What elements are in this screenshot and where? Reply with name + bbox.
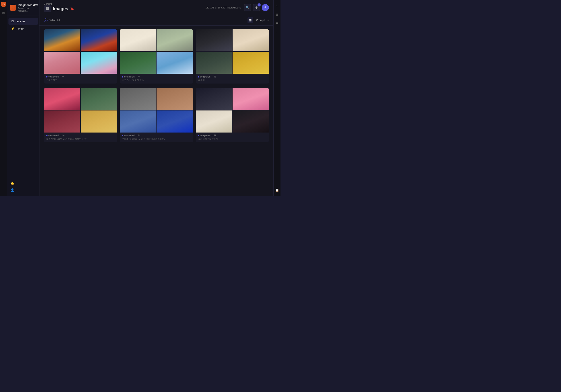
filter-button[interactable]: ⚙ 1 — [253, 4, 260, 11]
sidebar-bottom: 🔔 👤 — [7, 179, 39, 194]
card-status-4: completed — % — [46, 134, 115, 137]
mosaic-cell-5-4 — [157, 111, 193, 133]
img-2-1 — [120, 29, 156, 51]
sidebar-item-status[interactable]: ⚡ Status — [9, 25, 38, 32]
right-panel: ℹ ⊞ ⇄ ↕ 📋 — [273, 0, 280, 196]
mosaic-cell-4-2 — [81, 88, 117, 110]
card-info-3: completed — % 숲속의 — [196, 74, 269, 83]
image-card-1[interactable]: completed — % 스마트하고 — [44, 29, 117, 83]
img-2-4 — [157, 52, 193, 74]
status-text-3: completed — [200, 75, 210, 78]
card-prompt-5: 수채화,수업중인교실,중앙에"미래준비하는... — [122, 137, 191, 141]
image-mosaic-4 — [44, 88, 117, 133]
status-dot-3 — [198, 76, 199, 78]
breadcrumb: Content — [44, 3, 74, 5]
card-prompt-1: 스마트하고 — [46, 79, 115, 82]
search-button[interactable]: 🔍 — [244, 4, 251, 11]
card-info-4: completed — % 술취한사람,술먹고 기분좋고 행복한 사람 — [44, 133, 117, 142]
img-5-3 — [120, 111, 156, 133]
image-grid: completed — % 스마트하고 — [40, 26, 273, 196]
percent-text-5: — % — [135, 134, 140, 137]
grid-view-button[interactable]: ⊞ — [248, 17, 253, 23]
mosaic-cell-4-1 — [44, 88, 80, 110]
swap-icon[interactable]: ⇄ — [275, 21, 280, 25]
mosaic-cell-5-1 — [120, 88, 156, 110]
img-6-4 — [233, 111, 269, 133]
img-4-3 — [44, 111, 80, 133]
sort-icon[interactable]: ≡ — [267, 19, 269, 22]
page-header: Content 🖼 Images 🔖 151-175 of 189,927 fi… — [40, 0, 273, 15]
status-text-5: completed — [124, 134, 134, 137]
grid-icon[interactable]: ⊞ — [1, 10, 6, 15]
bookmark-icon[interactable]: 🔖 — [70, 7, 74, 10]
mosaic-cell-2-4 — [157, 52, 193, 74]
image-mosaic-2 — [120, 29, 193, 74]
mosaic-cell-1-4 — [81, 52, 117, 74]
expand-icon[interactable]: ↕ — [275, 29, 280, 34]
percent-text-3: — % — [211, 75, 216, 78]
grid-rows: completed — % 스마트하고 — [44, 29, 269, 142]
image-card-2[interactable]: completed — % 쉬고 있는 강아지 모습 — [120, 29, 193, 83]
info-icon[interactable]: ℹ — [275, 4, 280, 9]
image-card-5[interactable]: completed — % 수채화,수업중인교실,중앙에"미래준비하는... — [120, 88, 193, 142]
img-6-3 — [196, 111, 232, 133]
image-row-2: completed — % 술취한사람,술먹고 기분좋고 행복한 사람 — [44, 88, 269, 142]
status-text-2: completed — [124, 75, 134, 78]
prompt-label[interactable]: Prompt — [256, 19, 265, 22]
status-text-4: completed — [48, 134, 59, 137]
img-5-2 — [157, 88, 193, 110]
card-info-1: completed — % 스마트하고 — [44, 74, 117, 83]
user-profile-icon[interactable]: 👤 — [10, 187, 15, 192]
select-all-icon: ✓ — [44, 19, 47, 22]
image-mosaic-1 — [44, 29, 117, 74]
header-actions: 🔍 ⚙ 1 + — [244, 4, 269, 11]
percent-text-6: — % — [211, 134, 216, 137]
card-info-2: completed — % 쉬고 있는 강아지 모습 — [120, 74, 193, 83]
view-toggle: ⊞ — [248, 17, 253, 23]
add-button[interactable]: + — [262, 4, 269, 11]
images-icon: 🖼 — [11, 20, 15, 23]
status-dot-4 — [46, 135, 47, 136]
mosaic-cell-1-1 — [44, 29, 80, 51]
card-info-6: completed — % 쇼파위에푸들강아지 — [196, 133, 269, 142]
mosaic-cell-6-1 — [196, 88, 232, 110]
mosaic-cell-3-1 — [196, 29, 232, 51]
image-card-4[interactable]: completed — % 술취한사람,술먹고 기분좋고 행복한 사람 — [44, 88, 117, 142]
card-status-2: completed — % — [122, 75, 191, 78]
image-card-3[interactable]: completed — % 숲속의 — [196, 29, 269, 83]
mosaic-cell-4-3 — [44, 111, 80, 133]
app-name: ImagineAPI.dev — [18, 4, 38, 7]
img-6-1 — [196, 88, 232, 110]
sidebar: ⬡ ImagineAPI.dev Easy to use Midjourn...… — [7, 0, 40, 196]
mosaic-cell-3-2 — [233, 29, 269, 51]
status-dot-2 — [122, 76, 123, 78]
card-prompt-3: 숲속의 — [198, 79, 267, 82]
image-mosaic-5 — [120, 88, 193, 133]
img-3-4 — [233, 52, 269, 74]
select-all-label: Select All — [49, 19, 60, 22]
img-4-2 — [81, 88, 117, 110]
select-all-button[interactable]: ✓ Select All — [44, 19, 60, 22]
img-2-3 — [120, 52, 156, 74]
img-3-3 — [196, 52, 232, 74]
export-icon[interactable]: 📋 — [275, 187, 280, 192]
toolbar: ✓ Select All ⊞ Prompt ≡ — [40, 15, 273, 26]
image-mosaic-6 — [196, 88, 269, 133]
card-status-6: completed — % — [198, 134, 267, 137]
mosaic-cell-1-3 — [44, 52, 80, 74]
img-1-4 — [81, 52, 117, 74]
notification-bell-icon[interactable]: 🔔 — [10, 181, 15, 186]
card-status-3: completed — % — [198, 75, 267, 78]
app-logo-mini[interactable]: ⬡ — [1, 2, 6, 7]
img-1-1 — [44, 29, 80, 51]
status-dot-6 — [198, 135, 199, 136]
mosaic-cell-5-2 — [157, 88, 193, 110]
card-prompt-6: 쇼파위에푸들강아지 — [198, 137, 267, 141]
status-dot-1 — [46, 76, 47, 78]
mosaic-cell-6-2 — [233, 88, 269, 110]
sidebar-item-images[interactable]: 🖼 Images — [9, 18, 38, 25]
sidebar-status-label: Status — [17, 27, 24, 31]
card-prompt-2: 쉬고 있는 강아지 모습 — [122, 79, 191, 82]
image-card-6[interactable]: completed — % 쇼파위에푸들강아지 — [196, 88, 269, 142]
grid-panel-icon[interactable]: ⊞ — [275, 12, 280, 17]
